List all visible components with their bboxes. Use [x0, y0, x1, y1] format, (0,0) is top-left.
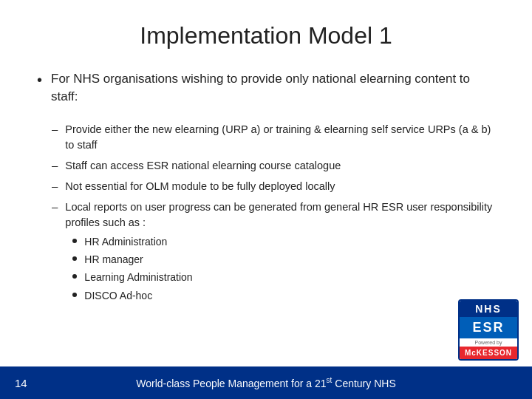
sub-bullet-dash-3: – [52, 180, 58, 192]
nested-dot-1 [72, 239, 77, 243]
sub-bullet-2: – Staff can access ESR national elearnin… [52, 158, 495, 174]
sub-bullet-4: – Local reports on user progress can be … [52, 200, 495, 306]
sub-bullet-dash-4: – [52, 200, 58, 213]
mckesson-text: McKESSON [465, 349, 512, 357]
main-bullet-dot: • [37, 72, 42, 89]
powered-by-label: Powered by [460, 338, 517, 347]
nested-bullet-2: HR manager [72, 252, 495, 267]
sub-bullet-text-2: Staff can access ESR national elearning … [65, 158, 341, 174]
powered-by-text: Powered by [475, 340, 502, 345]
footer-text-after: Century NHS [332, 378, 395, 389]
slide: Implementation Model 1 • For NHS organis… [0, 0, 532, 399]
nested-bullet-3: Learning Administration [72, 270, 495, 284]
nhs-logo: NHS [460, 301, 517, 317]
sub-bullet-1: – Provide either the new elearning (URP … [52, 122, 495, 153]
page-number: 14 [15, 377, 27, 389]
sub-bullet-3: – Not essential for OLM module to be ful… [52, 179, 495, 194]
logo-box: NHS ESR Powered by McKESSON [458, 299, 519, 361]
sub-bullet-dash-2: – [52, 159, 58, 171]
nested-text-1: HR Administration [84, 234, 167, 249]
footer: 14 World-class People Management for a 2… [0, 366, 532, 399]
nested-dot-4 [72, 293, 77, 297]
sub-bullet-text-1: Provide either the new elearning (URP a)… [65, 122, 495, 153]
sub-bullet-text-3: Not essential for OLM module to be fully… [65, 179, 335, 194]
nested-bullet-1: HR Administration [72, 234, 495, 249]
main-bullet-text: For NHS organisations wishing to provide… [51, 70, 495, 106]
footer-text: World-class People Management for a 21st… [136, 376, 395, 389]
footer-text-before: World-class People Management for a 21 [136, 378, 326, 389]
nested-dot-2 [72, 256, 77, 261]
esr-logo: ESR [460, 317, 517, 338]
nested-text-4: DISCO Ad-hoc [84, 288, 152, 303]
nested-text-2: HR manager [84, 252, 143, 267]
nested-bullets: HR Administration HR manager Learning Ad… [72, 234, 495, 303]
nested-bullet-4: DISCO Ad-hoc [72, 288, 495, 303]
sub-bullets-container: – Provide either the new elearning (URP … [52, 122, 495, 311]
nested-dot-3 [72, 274, 77, 279]
slide-title: Implementation Model 1 [37, 22, 495, 50]
main-bullet: • For NHS organisations wishing to provi… [37, 70, 495, 106]
mckesson-logo: McKESSON [460, 347, 517, 359]
sub-bullet-text-4: Local reports on user progress can be ge… [65, 201, 492, 228]
sub-bullet-dash-1: – [52, 123, 58, 135]
sub-bullet-text-4-container: Local reports on user progress can be ge… [65, 200, 495, 306]
nested-text-3: Learning Administration [84, 270, 192, 284]
